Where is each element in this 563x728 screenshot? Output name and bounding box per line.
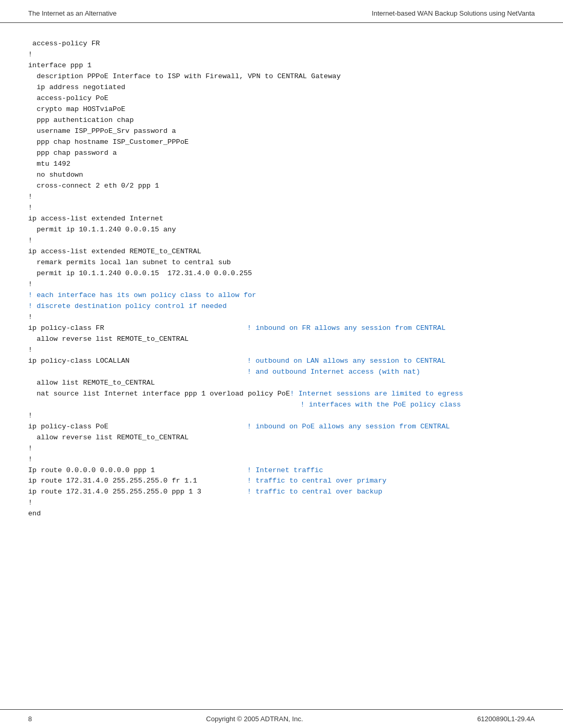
code-line: ! <box>28 443 535 454</box>
code-text: allow list REMOTE_to_CENTRAL <box>28 378 155 389</box>
code-line: access-policy FR <box>28 39 535 50</box>
code-text: ! <box>28 236 32 246</box>
code-line: cross-connect 2 eth 0/2 ppp 1 <box>28 181 535 192</box>
code-line: ! <box>28 279 535 290</box>
code-text: ! <box>28 203 32 214</box>
code-text: username ISP_PPPoE_Srv password a <box>28 126 176 137</box>
footer-copyright: Copyright © 2005 ADTRAN, Inc. <box>206 715 303 723</box>
code-text: ! <box>28 279 32 290</box>
inline-comment-multiline-line: ip policy-class LOCALLAN! outbound on LA… <box>28 356 535 378</box>
code-text: description PPPoE Interface to ISP with … <box>28 71 341 82</box>
code-line: ! <box>28 498 535 509</box>
code-line: ppp authentication chap <box>28 115 535 126</box>
code-line: username ISP_PPPoE_Srv password a <box>28 126 535 137</box>
header-right: Internet-based WAN Backup Solutions usin… <box>372 9 535 17</box>
code-line: permit ip 10.1.1.240 0.0.0.15 any <box>28 225 535 236</box>
inline-comment-line: ip route 172.31.4.0 255.255.255.0 ppp 1 … <box>28 487 535 498</box>
content-area: access-policy FR!interface ppp 1 descrip… <box>0 23 563 561</box>
header-left: The Internet as an Alternative <box>28 9 117 17</box>
code-part: ip policy-class PoE <box>28 422 247 433</box>
page: The Internet as an Alternative Internet-… <box>0 0 563 728</box>
code-text: ip address negotiated <box>28 82 125 93</box>
code-line: remark permits local lan subnet to centr… <box>28 257 535 268</box>
code-text: no shutdown <box>28 170 83 181</box>
code-text: ! <box>28 454 32 465</box>
code-line: ip access-list extended REMOTE_to_CENTRA… <box>28 246 535 257</box>
code-text: ! <box>28 443 32 454</box>
comment-text: ! each interface has its own policy clas… <box>28 290 256 301</box>
inline-comment-line: Ip route 0.0.0.0 0.0.0.0 ppp 1! Internet… <box>28 465 535 476</box>
code-line: allow reverse list REMOTE_to_CENTRAL <box>28 433 535 443</box>
code-text: crypto map HOSTviaPoE <box>28 104 125 115</box>
code-text: ppp chap hostname ISP_Customer_PPPoE <box>28 137 189 148</box>
code-text: ppp authentication chap <box>28 115 134 126</box>
page-footer: 8 Copyright © 2005 ADTRAN, Inc. 61200890… <box>0 709 563 728</box>
code-line: ! <box>28 203 535 214</box>
code-line: mtu 1492 <box>28 159 535 170</box>
code-part: nat source list Internet interface ppp 1… <box>28 389 290 400</box>
code-part: ip route 172.31.4.0 255.255.255.0 fr 1.1 <box>28 476 247 487</box>
code-text: ! <box>28 192 32 203</box>
comment-line: ! each interface has its own policy clas… <box>28 290 535 301</box>
comment-text: ! discrete destination policy control if… <box>28 301 227 312</box>
code-text: allow reverse list REMOTE_to_CENTRAL <box>28 433 189 443</box>
comment-part: ! traffic to central over primary <box>247 476 535 487</box>
code-line: ! <box>28 312 535 323</box>
comment-part: ! inbound on FR allows any session from … <box>247 323 535 334</box>
code-line: no shutdown <box>28 170 535 181</box>
code-text: allow reverse list REMOTE_to_CENTRAL <box>28 334 189 345</box>
comment-line: ! discrete destination policy control if… <box>28 301 535 312</box>
code-text: ! <box>28 345 32 356</box>
code-text: remark permits local lan subnet to centr… <box>28 257 231 268</box>
code-text: ! <box>28 312 32 323</box>
code-block: access-policy FR!interface ppp 1 descrip… <box>28 39 535 520</box>
code-text: access-policy PoE <box>28 93 108 104</box>
code-text: ! <box>28 50 32 60</box>
code-text: permit ip 10.1.1.240 0.0.0.15 any <box>28 225 176 236</box>
code-line: interface ppp 1 <box>28 60 535 71</box>
code-line: end <box>28 509 535 520</box>
code-line: ppp chap password a <box>28 148 535 159</box>
page-header: The Internet as an Alternative Internet-… <box>0 0 563 23</box>
code-part: Ip route 0.0.0.0 0.0.0.0 ppp 1 <box>28 465 247 476</box>
code-line: ! <box>28 411 535 422</box>
code-line: ! <box>28 50 535 60</box>
footer-page-number: 8 <box>28 715 32 723</box>
code-line: description PPPoE Interface to ISP with … <box>28 71 535 82</box>
code-line: allow list REMOTE_to_CENTRAL <box>28 378 535 389</box>
code-text: permit ip 10.1.1.240 0.0.0.15 172.31.4.0… <box>28 268 252 279</box>
comment-line-2: ! and outbound Internet access (with nat… <box>247 367 535 378</box>
code-text: ! <box>28 411 32 422</box>
code-text: ip access-list extended Internet <box>28 214 163 225</box>
code-line: ppp chap hostname ISP_Customer_PPPoE <box>28 137 535 148</box>
footer-doc-number: 61200890L1-29.4A <box>477 715 535 723</box>
inline-comment-line: ip policy-class PoE! inbound on PoE allo… <box>28 422 535 433</box>
comment-part: ! traffic to central over backup <box>247 487 535 498</box>
code-line: ! <box>28 345 535 356</box>
code-line: permit ip 10.1.1.240 0.0.0.15 172.31.4.0… <box>28 268 535 279</box>
comment-line-1: ! Internet sessions are limited to egres… <box>290 389 535 400</box>
code-text: end <box>28 509 41 520</box>
code-text: access-policy FR <box>28 39 100 50</box>
code-text: mtu 1492 <box>28 159 70 170</box>
comment-line-2: ! interfaces with the PoE policy class <box>290 400 535 411</box>
code-text: ! <box>28 498 32 509</box>
comment-block: ! Internet sessions are limited to egres… <box>290 389 535 411</box>
code-line: allow reverse list REMOTE_to_CENTRAL <box>28 334 535 345</box>
comment-line-1: ! outbound on LAN allows any session to … <box>247 356 535 367</box>
code-line: ip address negotiated <box>28 82 535 93</box>
code-line: ! <box>28 454 535 465</box>
inline-comment-line: ip policy-class FR! inbound on FR allows… <box>28 323 535 334</box>
comment-block: ! outbound on LAN allows any session to … <box>247 356 535 378</box>
code-line: ip access-list extended Internet <box>28 214 535 225</box>
code-text: cross-connect 2 eth 0/2 ppp 1 <box>28 181 159 192</box>
code-line: ! <box>28 236 535 246</box>
inline-comment-line: ip route 172.31.4.0 255.255.255.0 fr 1.1… <box>28 476 535 487</box>
code-line: ! <box>28 192 535 203</box>
code-part: ip policy-class FR <box>28 323 247 334</box>
comment-part: ! Internet traffic <box>247 465 535 476</box>
code-line: crypto map HOSTviaPoE <box>28 104 535 115</box>
code-text: ip access-list extended REMOTE_to_CENTRA… <box>28 246 201 257</box>
code-part: ip policy-class LOCALLAN <box>28 356 247 367</box>
code-text: ppp chap password a <box>28 148 117 159</box>
